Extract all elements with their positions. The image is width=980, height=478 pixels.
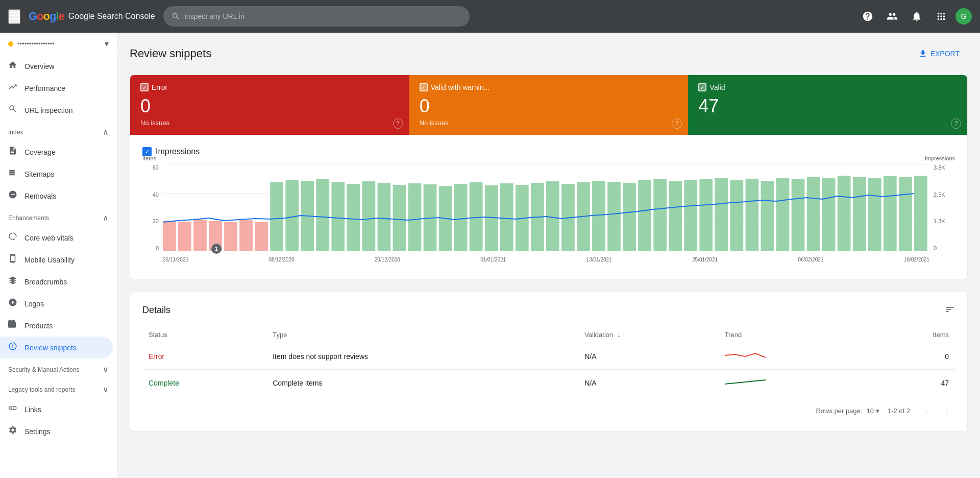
accounts-button[interactable] xyxy=(882,6,902,27)
sidebar-item-logos[interactable]: Logos xyxy=(0,293,113,315)
pagination-range: 1-2 of 2 xyxy=(888,407,910,415)
error-checkbox[interactable]: ✓ xyxy=(140,83,149,91)
avatar[interactable]: G xyxy=(955,8,972,25)
security-section[interactable]: Security & Manual Actions ∨ xyxy=(0,361,117,378)
error-help-icon[interactable]: ? xyxy=(393,118,403,129)
svg-rect-12 xyxy=(239,220,253,251)
mobile-usability-icon xyxy=(8,254,18,266)
enhancements-section[interactable]: Enhancements ∧ xyxy=(0,209,117,227)
legacy-chevron-icon: ∨ xyxy=(103,385,109,394)
help-button[interactable] xyxy=(857,6,878,27)
performance-icon xyxy=(8,82,18,94)
svg-rect-54 xyxy=(884,176,897,251)
svg-rect-14 xyxy=(270,182,283,251)
valid-help-icon[interactable]: ? xyxy=(951,118,961,129)
table-row: Complete Complete items N/A 47 xyxy=(142,370,955,396)
row2-trend xyxy=(719,370,872,396)
index-chevron-icon: ∧ xyxy=(103,127,109,137)
sidebar-item-overview[interactable]: Overview xyxy=(0,55,113,77)
chart-annotation[interactable]: 1 xyxy=(211,244,222,254)
core-web-vitals-icon xyxy=(8,232,18,244)
index-section[interactable]: Index ∧ xyxy=(0,123,117,141)
svg-rect-56 xyxy=(914,176,927,251)
valid-checkbox[interactable]: ✓ xyxy=(698,83,706,91)
svg-rect-55 xyxy=(899,177,912,251)
chart-title: Impressions xyxy=(156,147,200,156)
trend-svg-success xyxy=(725,376,766,388)
y-left-label-20: 20 xyxy=(153,218,159,224)
rows-per-page-select[interactable]: 10 ▾ xyxy=(866,407,879,415)
col-trend: Trend xyxy=(719,326,872,343)
apps-button[interactable] xyxy=(931,6,951,27)
logos-icon xyxy=(8,298,18,309)
svg-rect-37 xyxy=(623,183,636,251)
sidebar-item-sitemaps[interactable]: Sitemaps xyxy=(0,163,113,185)
search-input[interactable] xyxy=(184,12,461,20)
export-button[interactable]: EXPORT xyxy=(910,45,968,62)
sidebar-item-links[interactable]: Links xyxy=(0,398,113,420)
row1-status[interactable]: Error xyxy=(149,352,164,361)
sidebar-item-removals[interactable]: Removals xyxy=(0,185,113,207)
svg-rect-38 xyxy=(638,180,651,251)
legacy-section[interactable]: Legacy tools and reports ∨ xyxy=(0,380,117,398)
trend-svg-error xyxy=(725,349,766,362)
menu-icon[interactable] xyxy=(8,9,20,24)
pagination-prev-button[interactable]: ‹ xyxy=(918,402,935,419)
y-left-label-0: 0 xyxy=(156,245,159,251)
index-section-label: Index xyxy=(8,129,23,136)
warning-card-title: Valid with warnin... xyxy=(431,83,490,91)
sidebar-item-label-products: Products xyxy=(24,322,53,330)
error-card-title: Error xyxy=(152,83,167,91)
sidebar-item-breadcrumbs[interactable]: Breadcrumbs xyxy=(0,271,113,293)
x-label-7: 06/02/2021 xyxy=(798,257,823,262)
sidebar-item-review-snippets[interactable]: Review snippets xyxy=(0,337,113,358)
details-filter-icon[interactable] xyxy=(945,304,955,316)
sidebar-item-label-logos: Logos xyxy=(24,300,44,308)
breadcrumbs-icon xyxy=(8,276,18,288)
pagination-next-button[interactable]: › xyxy=(939,402,955,419)
row1-trend xyxy=(719,343,872,370)
sidebar-item-performance[interactable]: Performance xyxy=(0,77,113,99)
sidebar-item-coverage[interactable]: Coverage xyxy=(0,141,113,163)
sidebar-item-label-mobile: Mobile Usability xyxy=(24,256,75,264)
sidebar-item-label-removals: Removals xyxy=(24,192,56,200)
sidebar: •••••••••••••••• ▾ Overview Performance … xyxy=(0,33,117,478)
row2-status[interactable]: Complete xyxy=(149,379,179,387)
sidebar-item-products[interactable]: Products xyxy=(0,315,113,337)
account-name: •••••••••••••••• xyxy=(17,40,101,47)
col-validation[interactable]: Validation ↓ xyxy=(578,326,719,343)
links-icon xyxy=(8,403,18,415)
search-bar xyxy=(163,6,470,27)
account-selector[interactable]: •••••••••••••••• ▾ xyxy=(0,33,117,55)
sidebar-item-url-inspection[interactable]: URL inspection xyxy=(0,99,113,121)
rows-per-page-chevron: ▾ xyxy=(876,407,879,415)
url-inspection-icon xyxy=(8,104,18,116)
row1-type: Item does not support reviews xyxy=(266,343,578,370)
x-label-8: 18/02/2021 xyxy=(904,257,929,262)
details-section: Details Status Type Validation ↓ Trend I… xyxy=(130,292,968,432)
sidebar-item-mobile-usability[interactable]: Mobile Usability xyxy=(0,249,113,271)
main-content: Review snippets EXPORT ✓ Error 0 No issu… xyxy=(117,33,980,478)
account-chevron-icon: ▾ xyxy=(105,39,109,49)
search-icon xyxy=(172,12,180,21)
y-right-label-25k: 2.5K xyxy=(934,192,945,198)
rows-per-page-value: 10 xyxy=(866,407,873,415)
x-label-6: 25/01/2021 xyxy=(692,257,718,262)
svg-rect-8 xyxy=(178,222,191,251)
warning-help-icon[interactable]: ? xyxy=(672,118,682,129)
svg-rect-45 xyxy=(746,179,759,251)
coverage-icon xyxy=(8,146,18,158)
sidebar-item-core-web-vitals[interactable]: Core web vitals xyxy=(0,227,113,249)
table-row: Error Item does not support reviews N/A … xyxy=(142,343,955,370)
home-icon xyxy=(8,60,18,72)
chart-y-left-title: Items xyxy=(142,155,156,161)
products-icon xyxy=(8,320,18,331)
svg-rect-2 xyxy=(9,18,19,19)
rows-per-page-label: Rows per page: xyxy=(816,407,862,415)
sidebar-item-settings[interactable]: Settings xyxy=(0,420,113,442)
warning-checkbox[interactable]: ✓ xyxy=(420,83,428,91)
svg-rect-47 xyxy=(776,178,790,251)
x-label-3: 20/12/2020 xyxy=(375,257,400,262)
notifications-button[interactable] xyxy=(906,6,927,27)
svg-rect-41 xyxy=(684,180,697,251)
